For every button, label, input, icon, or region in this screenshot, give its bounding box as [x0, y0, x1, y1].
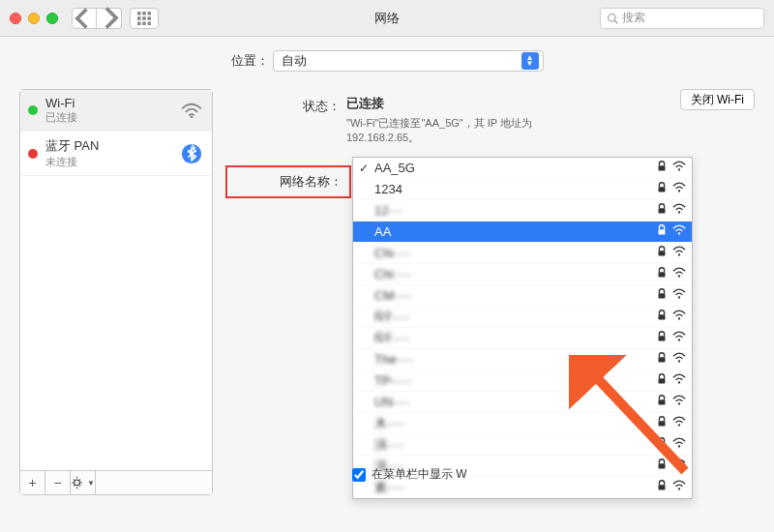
svg-line-10 [614, 20, 617, 23]
sidebar-service-bluetooth[interactable]: 蓝牙 PAN未连接 [20, 132, 212, 176]
network-option[interactable]: TP-····· [353, 370, 692, 392]
back-button[interactable] [72, 8, 97, 29]
sidebar-service-wifi[interactable]: Wi-Fi已连接 [20, 90, 212, 132]
network-name: CM····· [374, 288, 655, 303]
show-all-button[interactable] [130, 8, 159, 29]
select-stepper-icon: ▲▼ [521, 52, 539, 70]
lock-icon [655, 245, 669, 261]
main-panel: 状态： 已连接 "Wi-Fi"已连接至"AA_5G"，其 IP 地址为 192.… [230, 89, 755, 495]
network-option[interactable]: Chi····· [353, 264, 692, 285]
network-option[interactable]: 木····· [353, 413, 692, 434]
lock-icon [655, 266, 669, 282]
svg-point-37 [678, 402, 680, 404]
minimize-window-button[interactable] [28, 13, 40, 24]
svg-point-31 [678, 339, 680, 340]
svg-rect-38 [659, 421, 666, 426]
lock-icon [655, 287, 669, 304]
network-option[interactable]: 1234 [353, 179, 692, 200]
add-service-button[interactable]: + [20, 471, 45, 494]
lock-icon [655, 181, 669, 197]
wifi-icon [181, 103, 202, 118]
status-dot [28, 105, 38, 115]
lock-icon [655, 309, 669, 325]
status-dot [28, 149, 38, 159]
svg-point-41 [678, 445, 680, 447]
turn-off-wifi-button[interactable]: 关闭 Wi-Fi [680, 89, 755, 110]
lock-icon [655, 330, 669, 346]
gear-icon [71, 475, 85, 490]
svg-point-13 [74, 480, 80, 486]
location-row: 位置： 自动 ▲▼ [0, 37, 774, 89]
show-in-menubar-checkbox[interactable] [352, 468, 366, 482]
wifi-signal-icon [672, 245, 686, 261]
wifi-signal-icon [672, 394, 686, 410]
svg-rect-8 [148, 21, 152, 25]
lock-icon [655, 202, 669, 219]
close-window-button[interactable] [10, 13, 21, 24]
check-icon: ✓ [359, 162, 369, 175]
svg-rect-20 [659, 229, 666, 234]
services-sidebar: Wi-Fi已连接蓝牙 PAN未连接 + − ▼ [19, 89, 213, 495]
network-option[interactable]: ÑÝ····· [353, 307, 692, 328]
wifi-signal-icon [672, 266, 686, 282]
svg-point-39 [678, 424, 680, 426]
svg-rect-32 [659, 357, 666, 362]
svg-point-15 [678, 168, 680, 170]
search-input[interactable]: 搜索 [600, 8, 764, 29]
svg-rect-5 [148, 16, 152, 20]
wifi-signal-icon [672, 287, 686, 304]
svg-rect-36 [659, 399, 666, 404]
lock-icon [655, 223, 669, 240]
network-name: 木····· [374, 415, 655, 432]
network-option[interactable]: CM····· [353, 285, 692, 307]
wifi-signal-icon [672, 415, 686, 431]
grid-icon [137, 12, 151, 25]
network-option[interactable]: Chi····· [353, 243, 692, 264]
network-name-label: 网络名称： [230, 170, 346, 193]
svg-rect-40 [659, 442, 666, 447]
service-options-button[interactable]: ▼ [71, 471, 96, 494]
network-option[interactable]: AA [353, 222, 692, 243]
search-placeholder: 搜索 [622, 10, 645, 26]
network-name: Chi····· [374, 246, 655, 260]
network-option[interactable]: UN····· [353, 392, 692, 413]
remove-service-button[interactable]: − [45, 471, 71, 494]
svg-rect-42 [659, 463, 666, 468]
svg-rect-30 [659, 336, 666, 340]
status-description: "Wi-Fi"已连接至"AA_5G"，其 IP 地址为 192.168.2.65… [346, 116, 579, 145]
network-option[interactable]: 演····· [353, 434, 692, 456]
lock-icon [655, 394, 669, 410]
svg-point-9 [609, 14, 616, 21]
lock-icon [655, 372, 669, 389]
network-name: The····· [374, 352, 655, 367]
svg-point-29 [678, 317, 680, 319]
svg-point-25 [678, 275, 680, 277]
forward-button[interactable] [97, 8, 122, 29]
svg-rect-18 [659, 208, 666, 213]
location-select[interactable]: 自动 ▲▼ [273, 50, 544, 72]
network-name: AA [374, 224, 655, 239]
svg-point-23 [678, 253, 680, 255]
lock-icon [655, 415, 669, 431]
network-option[interactable]: 12···· [353, 200, 692, 222]
network-name: 12···· [374, 203, 655, 218]
window-title: 网络 [374, 10, 400, 27]
window-titlebar: 网络 搜索 [0, 0, 774, 37]
svg-rect-1 [142, 12, 146, 15]
wifi-signal-icon [672, 309, 686, 325]
location-label: 位置： [231, 52, 269, 70]
wifi-signal-icon [672, 479, 686, 495]
location-value: 自动 [282, 52, 307, 70]
lock-icon [655, 436, 669, 453]
wifi-signal-icon [672, 223, 686, 240]
network-option[interactable]: The····· [353, 349, 692, 370]
network-name-dropdown[interactable]: ✓AA_5G123412····AAChi·····Chi·····CM····… [352, 157, 693, 499]
network-option[interactable]: ÑÝ····· [353, 328, 692, 349]
traffic-lights [10, 13, 58, 24]
service-status: 已连接 [45, 110, 171, 125]
svg-rect-24 [659, 272, 666, 277]
lock-icon [655, 479, 669, 495]
network-option[interactable]: ✓AA_5G [353, 158, 692, 179]
zoom-window-button[interactable] [46, 13, 58, 24]
service-name: 蓝牙 PAN [45, 137, 171, 155]
